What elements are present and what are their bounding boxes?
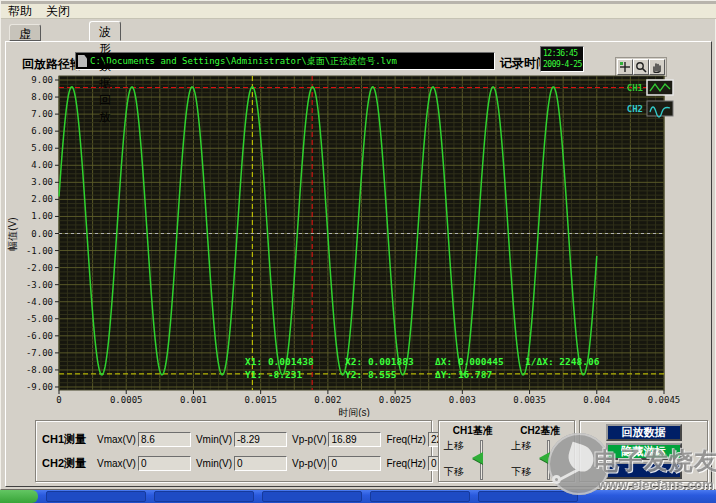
measurement-value-vppv: 16.89 [328,432,381,447]
cursor-readout: ΔX: 0.000445 [435,356,504,367]
y-axis-tick-label: 5.00 [31,143,53,153]
x-axis-title: 时间(s) [338,407,370,417]
x-axis-tick-label: 0.0035 [513,395,546,405]
taskbar-button[interactable] [154,491,254,502]
measurement-row-label: CH1测量 [42,432,92,447]
measurement-row-label: CH2测量 [42,456,92,471]
slider-handle[interactable] [539,452,550,464]
record-time-value: 12:36:45 [543,48,581,59]
taskbar-button[interactable] [46,491,146,502]
y-axis-tick-label: 4.00 [31,160,53,170]
y-axis-tick-label: -1.00 [26,246,53,256]
baseline-slider-ch1[interactable] [472,439,488,481]
y-axis-title: 幅值(V) [7,217,18,250]
measurement-value-vmaxv: 8.6 [138,432,191,447]
x-axis-tick-label: 0.001 [180,395,207,405]
y-axis-tick-label: 7.00 [31,109,53,119]
baseline-up-label: 上移 [444,439,464,453]
legend-label-ch2: CH2 [627,104,643,114]
cursor-readout: X2: 0.001883 [345,356,414,367]
measurement-field-label: Freq(Hz) [386,458,425,469]
baseline-labels: 上移下移 [511,439,531,479]
hide-cursor-button[interactable]: 隐藏游标 [606,443,682,460]
x-axis-tick-label: 0.0045 [648,395,681,405]
menu-item-help[interactable]: 帮助 [1,3,39,20]
taskbar [0,490,716,503]
y-axis-tick-label: 0.00 [31,229,53,239]
x-axis-tick-label: 0.002 [314,395,341,405]
baseline-slider-ch2[interactable] [539,439,555,481]
legend-label-ch1: CH1 [627,83,643,93]
measurement-field-label: Vp-p(V) [292,458,326,469]
baseline-group-ch1: CH1基准上移下移 [444,424,502,481]
x-axis-tick-label: 0.003 [449,395,476,405]
measurement-row-ch2: CH2测量Vmax(V)0Vmin(V)0Vp-p(V)0Freq(Hz)0 [42,451,427,475]
baseline-panel: CH1基准上移下移CH2基准上移下移 [438,420,575,482]
baseline-labels: 上移下移 [444,439,464,479]
baseline-body: 上移下移 [444,439,502,481]
measurement-value-vmaxv: 0 [138,456,191,471]
taskbar-button[interactable] [478,491,578,502]
measurement-field-label: Vmin(V) [196,434,232,445]
x-axis-tick-label: 0.0015 [244,395,277,405]
y-axis-tick-label: -7.00 [26,348,53,358]
x-axis-tick-label: 0.004 [583,395,610,405]
playback-path-field[interactable]: C:\Documents and Settings\Administrator\… [75,52,495,70]
x-axis-tick-label: 0.0025 [379,395,412,405]
measurement-value-vminv: -8.29 [234,432,287,447]
baseline-group-ch2: CH2基准上移下移 [511,424,569,481]
measurement-field-label: Vp-p(V) [292,434,326,445]
measurement-field-label: Vmin(V) [196,458,232,469]
file-icon [78,55,87,67]
cursor-readout: Y2: 8.555 [345,369,397,380]
taskbar-button[interactable] [370,491,470,502]
measurement-value-vminv: 0 [234,456,287,471]
app-window: 帮助关闭 虚拟示波器波形数据回放 回放路径输出: C:\Documents an… [0,0,716,490]
start-button[interactable] [0,490,38,503]
baseline-up-label: 上移 [511,439,531,453]
slider-handle[interactable] [472,452,483,464]
playback-data-button[interactable]: 回放数据 [606,424,682,441]
x-axis-tick-label: 0 [56,395,61,405]
cursor-readout: 1/ΔX: 2248.06 [525,356,600,367]
y-axis-tick-label: 1.00 [31,211,53,221]
cursor-readout: ΔY: 16.787 [435,369,492,380]
y-axis-tick-label: 6.00 [31,126,53,136]
screen: 帮助关闭 虚拟示波器波形数据回放 回放路径输出: C:\Documents an… [0,0,716,503]
y-axis-tick-label: 9.00 [31,75,53,85]
y-axis-tick-label: -8.00 [26,365,53,375]
action-buttons-panel: 回放数据隐藏游标 [579,420,708,482]
y-axis-tick-label: 3.00 [31,177,53,187]
playback-path-value: C:\Documents and Settings\Administrator\… [90,55,397,68]
measurement-field-label: Vmax(V) [97,458,136,469]
baseline-title: CH2基准 [511,424,569,438]
y-axis-tick-label: -9.00 [26,382,53,392]
obscured-button[interactable] [606,462,682,479]
y-axis-tick-label: -3.00 [26,280,53,290]
y-axis-tick-label: 8.00 [31,92,53,102]
cursor-readout: X1: 0.001438 [245,356,314,367]
baseline-down-label: 下移 [511,465,531,479]
baseline-down-label: 下移 [444,465,464,479]
tab-virtual-oscilloscope[interactable]: 虚拟示波器 [9,24,41,41]
measurement-row-ch1: CH1测量Vmax(V)8.6Vmin(V)-8.29Vp-p(V)16.89F… [42,427,427,451]
baseline-title: CH1基准 [444,424,502,438]
taskbar-button[interactable] [262,491,362,502]
menu-item-close[interactable]: 关闭 [39,3,77,20]
baseline-body: 上移下移 [511,439,569,481]
measurement-value-vppv: 0 [328,456,381,471]
cursor-readout: Y1: -8.231 [245,369,302,380]
record-date-value: 2009-4-25 [543,59,581,70]
record-time-display: 12:36:45 2009-4-25 [540,46,584,72]
y-axis-tick-label: 2.00 [31,194,53,204]
x-axis-tick-label: 0.0005 [110,395,143,405]
y-axis-tick-label: -2.00 [26,263,53,273]
tab-page-waveform-playback: 回放路径输出: C:\Documents and Settings\Admini… [5,41,712,487]
y-axis-tick-label: -6.00 [26,331,53,341]
menu-bar: 帮助关闭 [1,4,716,19]
y-axis-tick-label: -5.00 [26,314,53,324]
measurement-panel: CH1测量Vmax(V)8.6Vmin(V)-8.29Vp-p(V)16.89F… [35,420,432,482]
measurement-field-label: Vmax(V) [97,434,136,445]
measurement-field-label: Freq(Hz) [386,434,425,445]
tab-waveform-playback[interactable]: 波形数据回放 [89,21,121,41]
